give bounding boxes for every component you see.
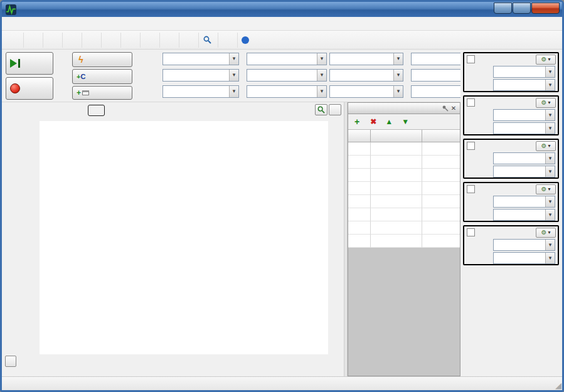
measurement-row[interactable] — [348, 156, 460, 169]
gear-icon: ⚙ — [541, 56, 547, 63]
measurements-header[interactable]: ✕ — [348, 103, 460, 114]
time-position-select[interactable]: ▾ — [493, 66, 555, 78]
c3-checkbox[interactable] — [467, 185, 475, 193]
toolbar-export[interactable] — [4, 33, 23, 48]
toolbar-help[interactable] — [237, 33, 255, 48]
tab-c1[interactable] — [36, 105, 51, 115]
c3-offset-select[interactable]: ▾ — [493, 196, 555, 208]
toolbar-digital[interactable] — [179, 33, 198, 48]
toolbar-data[interactable] — [101, 33, 120, 48]
toolbar-fft[interactable] — [82, 33, 101, 48]
tab-c4[interactable] — [88, 105, 104, 115]
toolbar-measure[interactable] — [120, 33, 140, 48]
delete-icon: ✖ — [370, 117, 376, 126]
time-base-select[interactable]: ▾ — [493, 79, 555, 91]
menu-view[interactable] — [38, 23, 50, 25]
single-button[interactable] — [6, 52, 53, 75]
menu-file[interactable] — [4, 23, 16, 25]
toolbar-options[interactable] — [218, 33, 237, 48]
c4-range-select[interactable]: ▾ — [493, 252, 555, 264]
persistence-icon — [28, 36, 36, 45]
tab-c2[interactable] — [53, 105, 69, 115]
toolbar-add-xy[interactable] — [43, 33, 62, 48]
measurement-row-selected[interactable] — [348, 208, 460, 221]
arrow-down-icon: ▼ — [402, 117, 409, 126]
channel-color-bar — [348, 182, 354, 194]
gear-icon: ⚙ — [541, 186, 547, 193]
toolbar-zoom[interactable] — [198, 33, 218, 48]
close-panel-icon[interactable]: ✕ — [449, 105, 458, 112]
menu-help[interactable] — [72, 23, 83, 25]
measurement-row[interactable] — [348, 142, 460, 156]
stop-icon — [10, 83, 20, 93]
waveforms-logo-icon — [6, 4, 16, 15]
measurement-row[interactable] — [348, 235, 460, 248]
channel-color-bar — [348, 221, 354, 234]
measurement-row[interactable] — [348, 169, 460, 182]
stop-button[interactable] — [6, 77, 53, 100]
tab-c3[interactable] — [71, 105, 87, 115]
measurement-row[interactable] — [348, 195, 460, 208]
column-header-value[interactable] — [422, 130, 460, 142]
channel-color-bar — [348, 208, 354, 221]
time-checkbox[interactable] — [467, 55, 475, 63]
title-bar[interactable] — [2, 2, 562, 17]
resize-grip[interactable]: ◢ — [555, 381, 561, 390]
y-axis-button[interactable] — [329, 104, 341, 115]
chevron-down-icon: ▾ — [548, 143, 550, 149]
c2-options-button[interactable]: ⚙▾ — [536, 141, 556, 151]
autoset-icon: ϟ — [77, 55, 85, 65]
menu-control[interactable] — [27, 23, 38, 25]
move-down-button[interactable]: ▼ — [398, 116, 412, 127]
c1-checkbox[interactable] — [467, 98, 475, 107]
c2-range-select[interactable]: ▾ — [493, 166, 555, 177]
c1-range-select[interactable]: ▾ — [493, 122, 555, 134]
close-button[interactable] — [531, 3, 560, 14]
move-up-button[interactable]: ▲ — [382, 116, 396, 127]
delete-measurement-button[interactable]: ✖ — [367, 116, 380, 127]
pin-icon[interactable] — [440, 105, 449, 112]
c3-range-select[interactable]: ▾ — [493, 209, 555, 221]
c4-checkbox[interactable] — [467, 228, 475, 236]
c1-offset-select[interactable]: ▾ — [493, 109, 555, 121]
c2-offset-select[interactable]: ▾ — [493, 152, 555, 164]
scope-plot-panel — [2, 102, 344, 376]
add-tab-button[interactable]: + — [72, 86, 132, 100]
x-axis-button[interactable] — [5, 356, 16, 367]
channel-4-box: ⚙▾ ▾ ▾ — [463, 225, 559, 265]
histogram-icon — [67, 36, 75, 45]
c4-offset-select[interactable]: ▾ — [493, 239, 555, 251]
c3-options-button[interactable]: ⚙▾ — [536, 184, 556, 194]
measurement-row[interactable] — [348, 221, 460, 235]
menu-window[interactable] — [61, 23, 72, 25]
scope-waveform-display[interactable] — [40, 121, 328, 354]
column-header-name[interactable] — [371, 130, 422, 142]
chevron-down-icon: ▾ — [545, 110, 555, 120]
measurements-table — [348, 130, 460, 248]
time-options-button[interactable]: ⚙▾ — [536, 55, 556, 65]
toolbar-histogram[interactable] — [62, 33, 82, 48]
maximize-button[interactable] — [513, 3, 531, 14]
chevron-down-icon: ▾ — [545, 253, 555, 263]
minimize-button[interactable] — [494, 3, 512, 14]
add-channel-button[interactable]: +C — [72, 69, 132, 84]
chevron-down-icon: ▾ — [548, 100, 550, 105]
toolbar-audio[interactable] — [159, 33, 179, 48]
measurement-row[interactable] — [348, 182, 460, 195]
control-panel: ϟ +C + ▾ ▾ ▾ ▾ — [2, 50, 460, 102]
chevron-down-icon: ▾ — [548, 186, 550, 192]
column-header-ch[interactable] — [348, 130, 371, 142]
plot-zoom-button[interactable] — [315, 104, 327, 115]
toolbar-persistence[interactable] — [23, 33, 43, 48]
c1-options-button[interactable]: ⚙▾ — [536, 98, 556, 108]
channel-2-box: ⚙▾ ▾ ▾ — [463, 139, 559, 179]
c2-checkbox[interactable] — [467, 142, 475, 150]
time-box: ⚙▾ ▾ ▾ — [463, 52, 559, 92]
menu-settings[interactable] — [50, 23, 61, 25]
toolbar-current[interactable] — [140, 33, 159, 48]
data-icon — [105, 36, 114, 45]
autoset-button[interactable]: ϟ — [72, 52, 132, 67]
c4-options-button[interactable]: ⚙▾ — [536, 228, 556, 238]
add-measurement-button[interactable]: + — [351, 117, 364, 127]
menu-edit[interactable] — [16, 23, 27, 25]
